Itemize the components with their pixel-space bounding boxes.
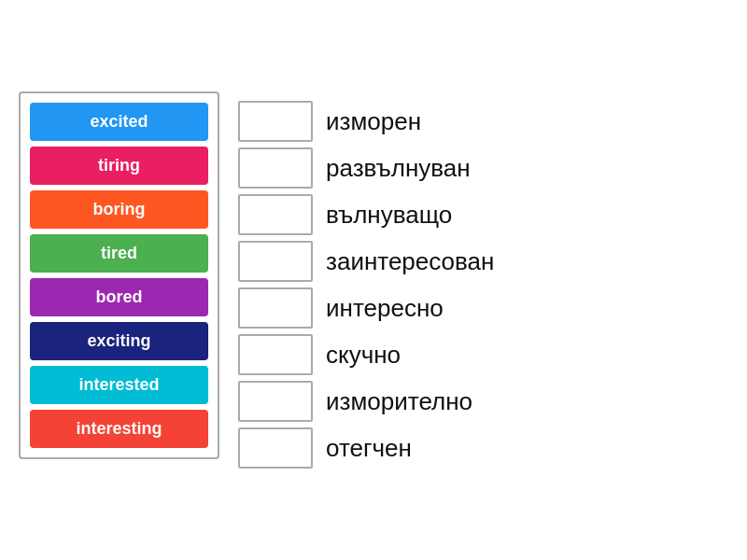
match-box-interesno[interactable] [238, 287, 313, 329]
match-row: изморен [238, 101, 728, 142]
match-row: отегчен [238, 427, 728, 469]
word-btn-exciting[interactable]: exciting [30, 322, 208, 360]
match-label-izamoren: изморен [326, 107, 421, 136]
match-row: вълнуващо [238, 194, 728, 235]
word-btn-boring[interactable]: boring [30, 190, 208, 229]
match-row: заинтересован [238, 241, 728, 282]
word-btn-tired[interactable]: tired [30, 234, 208, 273]
match-label-skuchno: скучно [326, 341, 401, 370]
word-btn-bored[interactable]: bored [30, 278, 208, 316]
match-label-otegchen: отегчен [326, 434, 412, 463]
match-row: изморително [238, 381, 728, 422]
word-btn-excited[interactable]: excited [30, 103, 208, 141]
word-btn-interested[interactable]: interested [30, 366, 208, 404]
word-list: excitedtiringboringtiredboredexcitingint… [19, 91, 219, 459]
match-label-izmoritelno: изморително [326, 387, 472, 416]
match-row: развълнуван [238, 147, 728, 189]
match-box-razvylnuvan[interactable] [238, 147, 313, 189]
main-container: excitedtiringboringtiredboredexcitingint… [0, 73, 747, 487]
match-label-razvylnuvan: развълнуван [326, 154, 471, 183]
word-btn-tiring[interactable]: tiring [30, 147, 208, 185]
match-label-interesno: интересно [326, 294, 444, 323]
match-box-izmoritelno[interactable] [238, 381, 313, 422]
match-list: изморенразвълнуванвълнуващозаинтересован… [219, 91, 728, 469]
match-row: интересно [238, 287, 728, 329]
match-box-skuchno[interactable] [238, 334, 313, 375]
match-box-zainteresuvan[interactable] [238, 241, 313, 282]
match-box-vylnuvashto[interactable] [238, 194, 313, 235]
word-btn-interesting[interactable]: interesting [30, 410, 208, 448]
match-row: скучно [238, 334, 728, 375]
match-label-vylnuvashto: вълнуващо [326, 201, 452, 230]
match-box-izamoren[interactable] [238, 101, 313, 142]
match-label-zainteresuvan: заинтересован [326, 247, 494, 276]
match-box-otegchen[interactable] [238, 427, 313, 469]
